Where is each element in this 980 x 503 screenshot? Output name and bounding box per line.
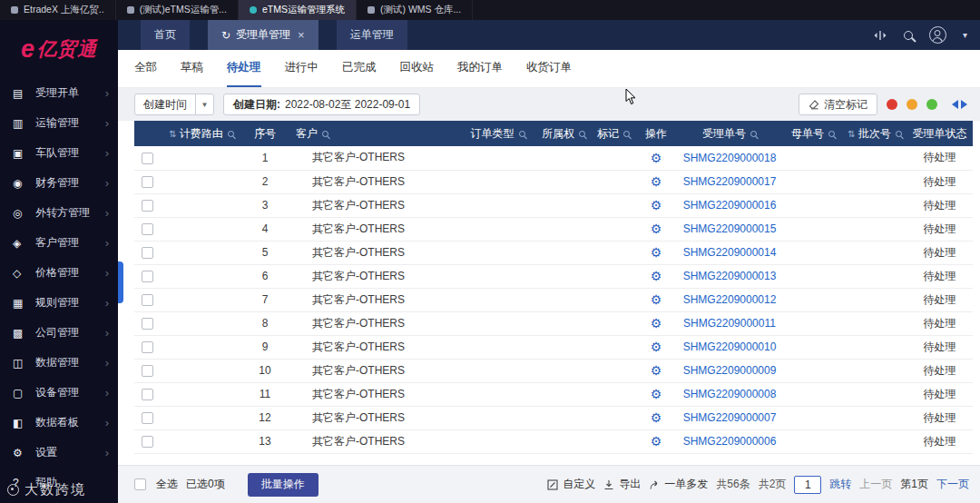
sidebar-item-external-transfer[interactable]: ◎ 外转方管理 › [0,198,118,228]
order-no-link[interactable]: SHMG2209000012 [683,293,777,306]
sidebar-item-finance[interactable]: ◉ 财务管理 › [0,168,118,198]
sidebar-collapse-handle[interactable] [118,261,123,303]
gear-icon[interactable]: ⚙ [651,269,662,283]
search-icon[interactable] [750,131,757,137]
date-range-picker[interactable]: 创建日期: 2022-08-02至 2022-09-01 [223,94,420,115]
browser-tab-etms-test[interactable]: (测试)eTMS运输管... [116,0,239,20]
caret-down-icon[interactable]: ▾ [963,30,967,40]
sidebar-item-fleet[interactable]: ▣ 车队管理 › [0,138,118,168]
table-row[interactable]: 10 其它客户-OTHERS ⚙ SHMG2209000009 待处理 [134,359,973,382]
table-row[interactable]: 1 其它客户-OTHERS ⚙ SHMG2209000018 待处理 [134,146,973,170]
gear-icon[interactable]: ⚙ [651,198,662,212]
nav-tab-waybill-management[interactable]: 运单管理 [337,20,407,50]
table-row[interactable]: 8 其它客户-OTHERS ⚙ SHMG2209000011 待处理 [134,311,973,335]
gear-icon[interactable]: ⚙ [651,174,662,189]
sidebar-item-settings[interactable]: ⚙ 设置 › [0,438,118,468]
row-checkbox[interactable] [142,200,153,212]
order-no-link[interactable]: SHMG2209000010 [683,340,777,353]
search-icon[interactable] [828,131,835,137]
order-no-link[interactable]: SHMG2209000006 [683,435,777,448]
gear-icon[interactable]: ⚙ [651,387,662,401]
sidebar-item-help[interactable]: ? 帮助 [0,468,118,498]
row-checkbox[interactable] [142,153,153,164]
close-tab-icon[interactable]: × [298,28,305,42]
gear-icon[interactable]: ⚙ [651,434,662,449]
row-checkbox[interactable] [142,271,153,282]
sidebar-item-price[interactable]: ◇ 价格管理 › [0,258,118,288]
select-all-checkbox[interactable] [134,478,146,490]
export-button[interactable]: 导出 [603,477,641,492]
browser-tab-etms-active[interactable]: eTMS运输管理系统 [239,0,357,20]
table-row[interactable]: 3 其它客户-OTHERS ⚙ SHMG2209000016 待处理 [134,193,973,217]
order-no-link[interactable]: SHMG2209000011 [683,317,776,330]
table-row[interactable]: 12 其它客户-OTHERS ⚙ SHMG2209000007 待处理 [134,406,973,429]
browser-tab-wms[interactable]: (测试) WMS 仓库... [357,0,473,20]
order-no-link[interactable]: SHMG2209000009 [683,364,777,377]
search-icon[interactable] [322,131,328,137]
table-row[interactable]: 11 其它客户-OTHERS ⚙ SHMG2209000008 待处理 [134,382,973,406]
nav-tab-acceptance-management[interactable]: ↻ 受理单管理 × [208,20,318,50]
subtab-my-orders[interactable]: 我的订单 [457,50,503,87]
sidebar-item-customer[interactable]: ◈ 客户管理 › [0,228,118,258]
gear-icon[interactable]: ⚙ [651,292,662,307]
order-no-link[interactable]: SHMG2209000018 [683,152,777,164]
row-checkbox[interactable] [142,223,153,235]
search-icon[interactable] [623,131,630,137]
sort-icon[interactable]: ⇅ [169,129,176,139]
user-avatar[interactable] [929,26,946,44]
row-checkbox[interactable] [142,365,153,377]
gear-icon[interactable]: ⚙ [651,151,662,165]
page-number-input[interactable] [794,476,821,494]
subtab-completed[interactable]: 已完成 [342,50,377,87]
browser-tab-etradex[interactable]: EtradeX 上海亿贸.. [0,0,116,20]
subtab-pending[interactable]: 待处理 [227,50,261,87]
row-checkbox[interactable] [142,247,153,259]
nav-tab-home[interactable]: 首页 [141,20,190,50]
order-no-link[interactable]: SHMG2209000013 [683,270,777,282]
prev-page-button[interactable]: 上一页 [859,477,892,492]
search-icon[interactable] [228,131,234,137]
mark-orange-dot[interactable] [906,99,917,110]
row-checkbox[interactable] [142,341,153,353]
order-no-link[interactable]: SHMG2209000008 [683,388,777,400]
gear-icon[interactable]: ⚙ [651,340,662,354]
subtab-receiving-orders[interactable]: 收货订单 [526,50,572,87]
filter-field-select[interactable]: 创建时间 ▼ [134,94,214,115]
table-row[interactable]: 2 其它客户-OTHERS ⚙ SHMG2209000017 待处理 [134,170,973,193]
row-checkbox[interactable] [142,176,153,188]
table-row[interactable]: 9 其它客户-OTHERS ⚙ SHMG2209000010 待处理 [134,335,973,359]
table-row[interactable]: 7 其它客户-OTHERS ⚙ SHMG2209000012 待处理 [134,288,973,311]
table-row[interactable]: 6 其它客户-OTHERS ⚙ SHMG2209000013 待处理 [134,264,973,288]
row-checkbox[interactable] [142,436,153,448]
row-checkbox[interactable] [142,412,153,424]
sidebar-item-device[interactable]: ▢ 设备管理 › [0,378,118,408]
customize-button[interactable]: 自定义 [547,477,595,492]
row-checkbox[interactable] [142,389,153,400]
search-icon[interactable] [579,131,585,137]
mark-green-dot[interactable] [926,99,937,110]
next-page-button[interactable]: 下一页 [936,477,969,492]
table-row[interactable]: 4 其它客户-OTHERS ⚙ SHMG2209000015 待处理 [134,217,973,241]
multi-send-button[interactable]: 一单多发 [649,477,708,492]
mark-red-dot[interactable] [887,99,897,110]
sidebar-item-transport[interactable]: ▥ 运输管理 › [0,108,118,138]
sidebar-item-order-entry[interactable]: ▤ 受理开单 › [0,78,118,108]
search-icon[interactable] [519,131,525,137]
subtab-draft[interactable]: 草稿 [181,50,203,87]
gear-icon[interactable]: ⚙ [651,245,662,260]
column-expander[interactable] [952,100,967,109]
order-no-link[interactable]: SHMG2209000016 [683,199,777,212]
sidebar-item-rules[interactable]: ▦ 规则管理 › [0,288,118,318]
gear-icon[interactable]: ⚙ [651,410,662,425]
search-icon[interactable] [896,131,902,137]
gear-icon[interactable]: ⚙ [651,363,662,378]
jump-button[interactable]: 跳转 [829,477,851,492]
panel-toggle-icon[interactable] [873,30,887,41]
clear-marks-button[interactable]: 清空标记 [799,94,877,115]
gear-icon[interactable]: ⚙ [651,316,662,330]
gear-icon[interactable]: ⚙ [651,222,662,236]
batch-operation-button[interactable]: 批量操作 [248,473,318,497]
sidebar-item-data[interactable]: ◫ 数据管理 › [0,348,118,378]
order-no-link[interactable]: SHMG2209000015 [683,222,777,235]
order-no-link[interactable]: SHMG2209000017 [683,175,777,188]
